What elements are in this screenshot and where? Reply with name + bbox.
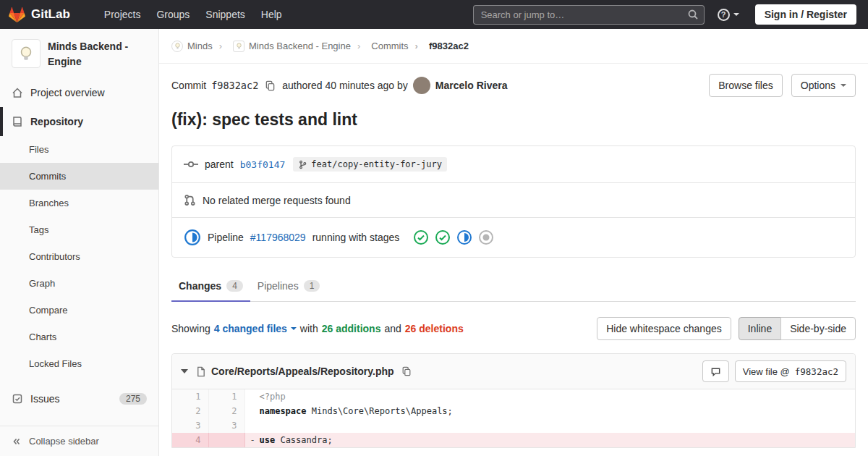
stage-success-icon-2[interactable] <box>435 229 451 245</box>
search-input[interactable] <box>473 5 705 25</box>
sidebar-nav: Project overview Repository Files Commit… <box>0 78 158 413</box>
sidebar-item-project-overview[interactable]: Project overview <box>0 78 158 107</box>
repository-icon <box>12 116 23 127</box>
browse-files-button[interactable]: Browse files <box>709 74 782 97</box>
view-file-button[interactable]: View file @ f9832ac2 <box>735 360 846 382</box>
old-line-number[interactable]: 4 <box>172 433 208 447</box>
sidebar-item-files[interactable]: Files <box>0 136 158 163</box>
diff-line-1: 1 1 <?php <box>172 389 855 404</box>
parent-sha-link[interactable]: b03f0147 <box>240 159 286 170</box>
branch-name: feat/copy-entity-for-jury <box>311 159 442 169</box>
group-avatar <box>171 41 183 52</box>
tab-changes[interactable]: Changes 4 <box>171 271 250 301</box>
diff-table: 1 1 <?php 2 2 namespace Minds\Core\Repor… <box>172 389 855 447</box>
commit-tabs: Changes 4 Pipelines 1 <box>171 271 856 302</box>
file-path[interactable]: Core/Reports/Appeals/Repository.php <box>211 366 394 377</box>
pipelines-count-badge: 1 <box>304 280 320 292</box>
sidebar-item-tags[interactable]: Tags <box>0 216 158 243</box>
sidebar-item-label: Project overview <box>30 87 105 98</box>
breadcrumb-sha: f9832ac2 <box>409 41 469 51</box>
issues-icon <box>12 393 23 405</box>
options-button[interactable]: Options <box>791 74 856 97</box>
old-line-number[interactable]: 3 <box>172 418 208 433</box>
breadcrumb: Minds Minds Backend - Engine Commits f98… <box>159 29 868 64</box>
old-line-number[interactable]: 1 <box>172 389 208 404</box>
chevron-down-icon <box>291 327 297 330</box>
breadcrumb-commits[interactable]: Commits <box>351 41 409 51</box>
author-avatar <box>413 77 430 94</box>
brand-label: GitLab <box>31 7 70 22</box>
collapse-diff-caret-icon[interactable] <box>181 369 188 373</box>
sidebar-item-repository[interactable]: Repository <box>0 107 158 136</box>
commit-title: (fix): spec tests and lint <box>171 110 856 130</box>
copy-icon <box>265 80 276 91</box>
sign-in-button[interactable]: Sign in / Register <box>755 4 856 25</box>
project-avatar <box>12 39 41 68</box>
gitlab-logo[interactable]: GitLab <box>9 7 70 23</box>
global-search <box>473 5 705 25</box>
branch-ref-badge[interactable]: feat/copy-entity-for-jury <box>293 157 447 172</box>
file-icon <box>195 366 206 377</box>
pipeline-stages <box>413 229 494 245</box>
stage-success-icon-1[interactable] <box>413 229 429 245</box>
new-line-number[interactable]: 1 <box>208 389 244 404</box>
stage-created-icon[interactable] <box>478 229 494 245</box>
inline-view-button[interactable]: Inline <box>739 317 781 340</box>
new-line-number[interactable]: 3 <box>208 418 244 433</box>
and-label: and <box>384 323 401 334</box>
pipeline-link[interactable]: #117968029 <box>250 232 306 243</box>
merge-request-icon <box>184 194 196 206</box>
primary-nav: Projects Groups Snippets Help <box>96 1 290 28</box>
project-sidebar: Minds Backend - Engine Project overview <box>0 29 159 456</box>
branch-icon <box>298 160 307 169</box>
old-line-number[interactable]: 2 <box>172 404 208 418</box>
author-name[interactable]: Marcelo Rivera <box>435 80 508 91</box>
nav-snippets[interactable]: Snippets <box>197 1 252 28</box>
breadcrumb-project[interactable]: Minds Backend - Engine <box>213 41 351 52</box>
copy-icon <box>401 366 412 376</box>
merge-requests-row: No related merge requests found <box>172 182 855 217</box>
breadcrumb-group[interactable]: Minds <box>171 41 213 52</box>
pipeline-label: Pipeline <box>208 232 244 243</box>
nav-groups[interactable]: Groups <box>148 1 197 28</box>
changed-files-dropdown[interactable]: 4 changed files <box>214 323 297 334</box>
changes-count-badge: 4 <box>226 280 243 292</box>
line-code: <?php <box>244 389 855 404</box>
commit-sha: f9832ac2 <box>211 80 258 91</box>
nav-projects[interactable]: Projects <box>96 1 149 28</box>
commit-icon <box>184 160 198 169</box>
sidebar-item-contributors[interactable]: Contributors <box>0 243 158 270</box>
collapse-sidebar-button[interactable]: Collapse sidebar <box>0 426 158 456</box>
hide-whitespace-button[interactable]: Hide whitespace changes <box>597 317 731 340</box>
additions-count: 26 additions <box>322 323 381 334</box>
top-navbar: GitLab Projects Groups Snippets Help ? S… <box>0 0 868 29</box>
sidebar-item-locked-files[interactable]: Locked Files <box>0 350 158 377</box>
pipeline-status-text: running with stages <box>312 232 400 243</box>
sidebar-item-graph[interactable]: Graph <box>0 270 158 297</box>
pipeline-running-icon <box>184 229 201 246</box>
stage-running-icon[interactable] <box>456 229 472 245</box>
copy-commit-sha-button[interactable] <box>263 79 277 93</box>
commit-label: Commit <box>171 80 206 91</box>
side-by-side-view-button[interactable]: Side-by-side <box>780 317 856 340</box>
new-line-number[interactable]: 2 <box>208 404 244 418</box>
sidebar-item-issues[interactable]: Issues 275 <box>0 384 158 413</box>
authored-text: authored 40 minutes ago by <box>282 80 408 91</box>
sidebar-item-charts[interactable]: Charts <box>0 324 158 350</box>
nav-help[interactable]: Help <box>253 1 290 28</box>
issues-count-badge: 275 <box>119 393 147 405</box>
repository-subnav: Files Commits Branches Tags Contributors… <box>0 136 158 377</box>
new-line-number[interactable] <box>208 433 244 447</box>
project-context-header[interactable]: Minds Backend - Engine <box>0 29 158 78</box>
collapse-sidebar-label: Collapse sidebar <box>29 436 99 447</box>
sidebar-item-commits[interactable]: Commits <box>0 163 158 190</box>
sidebar-item-compare[interactable]: Compare <box>0 297 158 324</box>
parent-row: parent b03f0147 feat/copy-entity-for-jur… <box>172 146 855 182</box>
toggle-comments-button[interactable] <box>702 360 729 382</box>
tab-pipelines[interactable]: Pipelines 1 <box>250 271 328 301</box>
diff-file-header: Core/Reports/Appeals/Repository.php <box>172 354 855 389</box>
pipeline-row: Pipeline #117968029 running with stages <box>172 217 855 257</box>
sidebar-item-branches[interactable]: Branches <box>0 190 158 216</box>
help-menu[interactable]: ? <box>718 9 739 21</box>
copy-file-path-button[interactable] <box>400 365 413 378</box>
